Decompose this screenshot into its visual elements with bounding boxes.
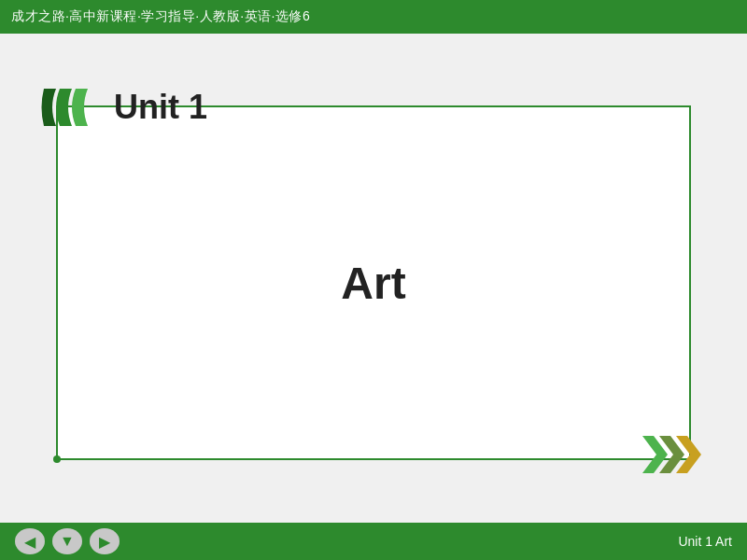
header-title: 成才之路·高中新课程·学习指导·人教版·英语·选修6 [11, 8, 310, 25]
corner-dot-left [53, 455, 61, 463]
back-button[interactable]: ◀ [15, 528, 45, 554]
topic-title: Art [341, 258, 405, 309]
unit-title: Unit 1 [114, 88, 207, 127]
forward-button[interactable]: ▶ [90, 528, 120, 554]
footer-status-label: Unit 1 Art [678, 534, 732, 549]
unit-title-area: Unit 1 [39, 79, 207, 135]
header-bar: 成才之路·高中新课程·学习指导·人教版·英语·选修6 [0, 0, 747, 34]
down-button[interactable]: ▼ [52, 528, 82, 554]
footer-bar: ◀ ▼ ▶ Unit 1 Art [0, 523, 747, 560]
navigation-controls: ◀ ▼ ▶ [15, 528, 120, 554]
main-content: Unit 1 Art [0, 34, 747, 523]
chevron-right-decoration [642, 427, 717, 486]
chevron-left-decoration [39, 79, 105, 135]
content-card: Unit 1 Art [56, 105, 691, 460]
